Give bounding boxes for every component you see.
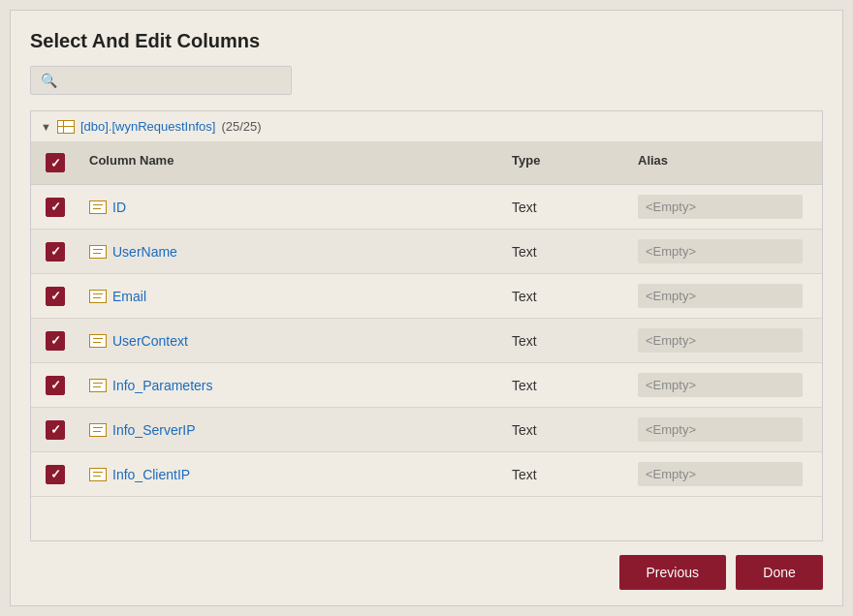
header-column-alias: Alias: [628, 149, 822, 176]
row-checkbox-cell: ✓: [31, 420, 79, 440]
row-checkbox-cell: ✓: [31, 465, 79, 484]
field-icon: [89, 423, 107, 437]
row-type-cell: Text: [502, 459, 628, 490]
search-bar: 🔍: [30, 66, 292, 95]
row-alias-cell: [628, 321, 822, 360]
done-button[interactable]: Done: [736, 555, 823, 590]
table-row: ✓ Info_ClientIP Text: [31, 452, 822, 497]
row-checkbox[interactable]: ✓: [46, 465, 65, 484]
header-checkbox[interactable]: ✓: [46, 153, 65, 172]
field-icon: [89, 245, 107, 259]
row-name-cell: Info_ClientIP: [79, 459, 502, 490]
row-checkbox-cell: ✓: [31, 242, 79, 262]
row-name-cell: Email: [79, 281, 502, 312]
rows-container: ✓ ID Text ✓ UserName Text: [31, 185, 822, 497]
alias-input[interactable]: [638, 328, 803, 353]
row-column-name: Info_ClientIP: [112, 467, 190, 482]
table-row: ✓ Info_ServerIP Text: [31, 408, 822, 452]
table-row: ✓ Info_Parameters Text: [31, 363, 822, 408]
field-icon: [89, 468, 107, 481]
row-column-name: ID: [112, 200, 126, 215]
row-column-name: Info_ServerIP: [112, 422, 196, 438]
header-checkbox-cell: ✓: [31, 149, 79, 176]
row-type-cell: Text: [502, 236, 628, 267]
row-alias-cell: [628, 187, 822, 227]
table-row: ✓ UserName Text: [31, 230, 822, 274]
dialog-title: Select And Edit Columns: [30, 30, 823, 52]
row-type-cell: Text: [502, 192, 628, 223]
row-type-cell: Text: [502, 281, 628, 312]
table-row: ✓ UserContext Text: [31, 319, 822, 363]
row-name-cell: UserName: [79, 236, 502, 267]
header-column-type: Type: [502, 149, 628, 176]
row-column-name: Info_Parameters: [112, 378, 213, 393]
row-checkbox[interactable]: ✓: [46, 331, 65, 351]
search-icon: 🔍: [41, 73, 57, 88]
row-name-cell: Info_ServerIP: [79, 415, 502, 446]
table-inner: ▼ [dbo].[wynRequestInfos] (25/25) ✓ Colu…: [31, 111, 822, 540]
row-column-name: UserName: [112, 244, 177, 260]
row-checkbox[interactable]: ✓: [46, 420, 65, 440]
previous-button[interactable]: Previous: [619, 555, 726, 590]
row-type-cell: Text: [502, 415, 628, 446]
alias-input[interactable]: [638, 284, 803, 308]
row-alias-cell: [628, 276, 822, 316]
alias-input[interactable]: [638, 417, 803, 442]
column-header-row: ✓ Column Name Type Alias: [31, 141, 822, 185]
row-alias-cell: [628, 365, 822, 405]
alias-input[interactable]: [638, 462, 803, 486]
table-icon: [57, 120, 75, 134]
row-checkbox-cell: ✓: [31, 331, 79, 351]
alias-input[interactable]: [638, 239, 803, 263]
field-icon: [89, 379, 107, 392]
group-name: [dbo].[wynRequestInfos]: [80, 119, 215, 134]
row-checkbox[interactable]: ✓: [46, 242, 65, 262]
row-name-cell: Info_Parameters: [79, 370, 502, 401]
field-icon: [89, 334, 107, 348]
header-column-name: Column Name: [79, 149, 502, 176]
footer: Previous Done: [30, 541, 823, 590]
row-checkbox[interactable]: ✓: [46, 287, 65, 306]
row-checkbox[interactable]: ✓: [46, 198, 65, 217]
group-count: (25/25): [221, 119, 261, 134]
table-row: ✓ Email Text: [31, 274, 822, 319]
group-header[interactable]: ▼ [dbo].[wynRequestInfos] (25/25): [31, 111, 822, 141]
search-input[interactable]: [63, 73, 281, 88]
row-type-cell: Text: [502, 325, 628, 356]
row-alias-cell: [628, 410, 822, 449]
row-checkbox-cell: ✓: [31, 198, 79, 217]
table-container: ▼ [dbo].[wynRequestInfos] (25/25) ✓ Colu…: [30, 110, 823, 541]
row-column-name: UserContext: [112, 333, 188, 349]
table-row: ✓ ID Text: [31, 185, 822, 230]
row-checkbox-cell: ✓: [31, 376, 79, 395]
row-type-cell: Text: [502, 370, 628, 401]
field-icon: [89, 290, 107, 303]
dialog: Select And Edit Columns 🔍 ▼ [dbo].[wynRe…: [10, 10, 843, 606]
row-checkbox[interactable]: ✓: [46, 376, 65, 395]
alias-input[interactable]: [638, 373, 803, 397]
row-alias-cell: [628, 231, 822, 271]
row-name-cell: ID: [79, 192, 502, 223]
chevron-down-icon: ▼: [41, 121, 51, 133]
alias-input[interactable]: [638, 195, 803, 219]
row-name-cell: UserContext: [79, 325, 502, 356]
row-alias-cell: [628, 454, 822, 494]
field-icon: [89, 200, 107, 214]
row-checkbox-cell: ✓: [31, 287, 79, 306]
row-column-name: Email: [112, 289, 146, 304]
